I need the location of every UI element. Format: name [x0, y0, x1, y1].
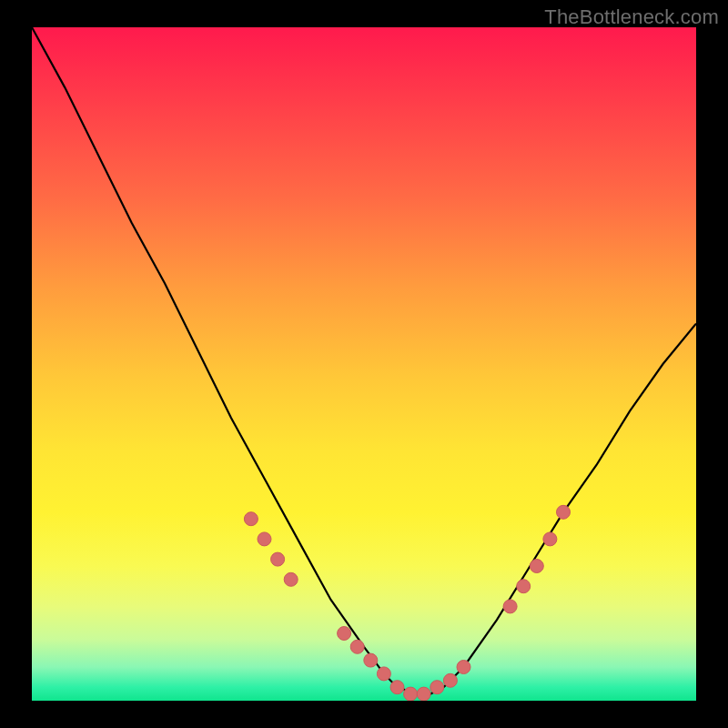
marker-dot: [350, 640, 364, 653]
marker-dot: [557, 505, 571, 519]
marker-dot: [364, 653, 378, 667]
bottleneck-curve: [32, 27, 696, 694]
marker-dot: [244, 512, 258, 526]
marker-dot: [543, 532, 557, 546]
chart-svg: [32, 27, 696, 701]
marker-dot: [271, 552, 285, 566]
chart-frame: TheBottleneck.com: [0, 0, 728, 728]
marker-dot: [443, 673, 457, 687]
plot-area: [32, 27, 696, 701]
marker-dot: [517, 580, 531, 593]
marker-dot: [457, 661, 470, 674]
marker-dot: [530, 560, 543, 573]
marker-dot: [417, 687, 430, 701]
marker-dot: [338, 627, 351, 641]
marker-dot: [430, 681, 444, 694]
marker-dot: [404, 687, 418, 701]
marker-dot: [377, 667, 390, 681]
highlighted-markers: [244, 505, 570, 701]
watermark-text: TheBottleneck.com: [544, 5, 719, 29]
marker-dot: [503, 600, 517, 613]
marker-dot: [284, 572, 298, 586]
marker-dot: [258, 532, 271, 546]
marker-dot: [390, 681, 404, 694]
